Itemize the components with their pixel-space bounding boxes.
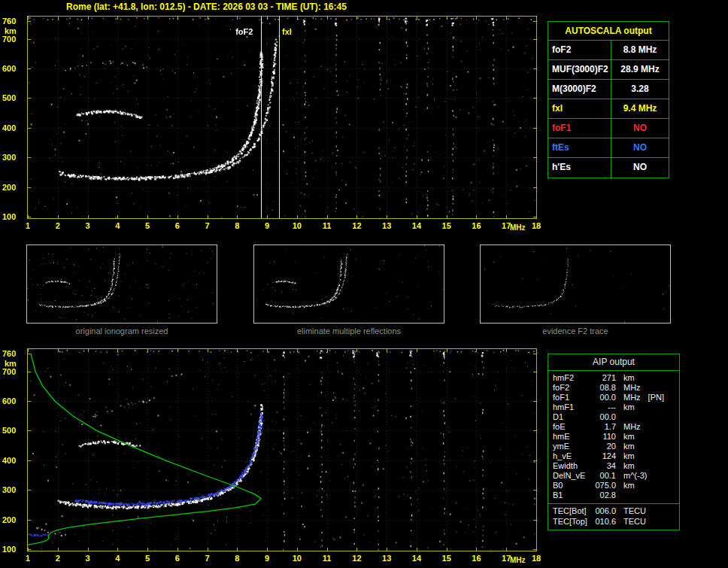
aip-row-label: ymE bbox=[548, 442, 590, 451]
thumbnail-caption-original: original ionogram resized bbox=[26, 327, 217, 336]
y-axis-tick-label: 200 bbox=[2, 183, 25, 192]
fof2-marker-label: foF2 bbox=[235, 27, 253, 36]
aip-row: foF100.0MHz[PN] bbox=[548, 393, 679, 402]
y-axis-tick-label: 400 bbox=[2, 456, 25, 465]
aip-row-value: 271 bbox=[590, 373, 616, 383]
aip-row-unit: km bbox=[616, 461, 635, 471]
aip-row-unit: MHz bbox=[616, 422, 641, 432]
x-axis-tick-label: 9 bbox=[258, 221, 276, 230]
thumbnail-caption-f2: evidence F2 trace bbox=[480, 327, 671, 336]
top-ionogram-canvas bbox=[28, 17, 536, 218]
y-axis-tick-label: 600 bbox=[2, 64, 25, 73]
x-axis-tick-label: 5 bbox=[138, 221, 156, 230]
y-axis-tick-label: 100 bbox=[2, 545, 25, 554]
autoscala-row: foF28.8 MHz bbox=[548, 41, 669, 60]
y-axis-tick-label: 760 bbox=[2, 349, 25, 358]
y-axis-tick-label: 100 bbox=[2, 212, 25, 221]
aip-row-unit: km bbox=[616, 481, 635, 491]
x-axis-tick-label: 9 bbox=[258, 554, 276, 563]
x-axis-tick-label: 11 bbox=[318, 221, 336, 230]
aip-row-value: 010.6 bbox=[590, 516, 616, 527]
aip-row-label: foF2 bbox=[548, 383, 590, 393]
fxi-marker-label: fxI bbox=[282, 27, 292, 36]
y-axis-tick-label: 600 bbox=[2, 396, 25, 405]
x-axis-tick-label: 10 bbox=[288, 221, 306, 230]
aip-tec-rows: TEC[Bot]006.0TECUTEC[Top]010.6TECU bbox=[548, 506, 679, 527]
bottom-ionogram-plot bbox=[27, 348, 537, 551]
autoscala-row: MUF(3000)F228.9 MHz bbox=[548, 60, 669, 80]
x-axis-tick-label: 4 bbox=[108, 221, 126, 230]
autoscala-row: h'EsNO bbox=[548, 158, 669, 178]
aip-row-label: Ewidth bbox=[548, 461, 590, 471]
x-axis-tick-label: 7 bbox=[199, 554, 217, 563]
aip-row-value: 1.7 bbox=[590, 422, 616, 432]
y-axis-tick-label: 300 bbox=[2, 485, 25, 494]
x-axis-tick-label: 1 bbox=[19, 221, 37, 230]
autoscala-output-table: AUTOSCALA output foF28.8 MHzMUF(3000)F22… bbox=[548, 21, 669, 178]
x-axis-tick-label: 15 bbox=[438, 221, 456, 230]
aip-row-unit: MHz bbox=[616, 393, 641, 402]
autoscala-row-label: MUF(3000)F2 bbox=[548, 60, 611, 79]
aip-row-value: --- bbox=[590, 402, 616, 412]
aip-row-label: hmE bbox=[548, 432, 590, 442]
aip-row: D100.0 bbox=[548, 412, 679, 422]
autoscala-row: M(3000)F23.28 bbox=[548, 80, 669, 99]
aip-row-label: h_vE bbox=[548, 451, 590, 461]
aip-row: hmF2271km bbox=[548, 373, 679, 383]
aip-row: TEC[Top]010.6TECU bbox=[548, 516, 679, 527]
aip-table-rows: hmF2271kmfoF208.8MHzfoF100.0MHz[PN]hmF1-… bbox=[548, 373, 679, 500]
aip-row-value: 00.0 bbox=[590, 412, 616, 422]
aip-row: Ewidth34km bbox=[548, 461, 679, 471]
x-axis-tick-label: 6 bbox=[168, 554, 187, 563]
aip-row-unit: TECU bbox=[616, 516, 646, 527]
aip-row-value: 08.8 bbox=[590, 383, 616, 393]
aip-row-label: DelN_vE bbox=[548, 471, 590, 481]
thumbnail-caption-multiples: eliminate multiple reflections bbox=[253, 327, 444, 336]
aip-row-value: 02.8 bbox=[590, 491, 616, 500]
autoscala-table-rows: foF28.8 MHzMUF(3000)F228.9 MHzM(3000)F23… bbox=[548, 41, 669, 178]
x-axis-tick-label: 18 bbox=[527, 554, 545, 563]
autoscala-row-value: 8.8 MHz bbox=[611, 41, 669, 59]
x-axis-tick-label: 12 bbox=[347, 221, 366, 230]
aip-row: B102.8 bbox=[548, 491, 679, 500]
y-axis-tick-label: 760 bbox=[2, 17, 25, 26]
bottom-ionogram-canvas bbox=[28, 349, 536, 551]
x-axis-tick-label: 3 bbox=[79, 221, 97, 230]
x-axis-tick-label: 3 bbox=[79, 554, 97, 563]
aip-row: DelN_vE00.1m^(-3) bbox=[548, 471, 679, 481]
aip-table-title: AIP output bbox=[548, 354, 679, 371]
aip-row-value: 124 bbox=[590, 451, 616, 461]
autoscala-row-label: h'Es bbox=[548, 158, 611, 178]
x-axis-tick-label: 1 bbox=[19, 554, 37, 563]
y-axis-tick-label: 200 bbox=[2, 515, 25, 524]
aip-row-value: 110 bbox=[590, 432, 616, 442]
autoscala-row-value: 3.28 bbox=[611, 80, 669, 99]
autoscala-table-title: AUTOSCALA output bbox=[548, 22, 669, 41]
y-axis-tick-label: 500 bbox=[2, 426, 25, 435]
x-axis-unit-label: MHz bbox=[510, 556, 526, 564]
autoscala-row-label: M(3000)F2 bbox=[548, 80, 611, 99]
thumbnail-f2-trace-canvas bbox=[481, 245, 670, 323]
x-axis-tick-label: 8 bbox=[228, 554, 246, 563]
aip-separator-line bbox=[548, 503, 679, 504]
aip-row-unit bbox=[616, 491, 623, 500]
x-axis-tick-label: 11 bbox=[318, 554, 336, 563]
autoscala-row-value: 9.4 MHz bbox=[611, 99, 669, 118]
y-axis-tick-label: 500 bbox=[2, 93, 25, 102]
x-axis-unit-label: MHz bbox=[510, 223, 526, 232]
y-axis-unit-label: km bbox=[2, 26, 25, 35]
x-axis-tick-label: 14 bbox=[408, 554, 426, 563]
top-ionogram-plot bbox=[27, 16, 537, 219]
x-axis-tick-label: 16 bbox=[467, 554, 485, 563]
aip-row-unit: km bbox=[616, 373, 635, 383]
x-axis-tick-label: 6 bbox=[168, 221, 187, 230]
y-axis-tick-label: 300 bbox=[2, 153, 25, 162]
aip-row-unit bbox=[616, 412, 623, 422]
x-axis-tick-label: 16 bbox=[467, 221, 485, 230]
aip-row-value: 20 bbox=[590, 442, 616, 451]
thumbnail-multiples-removed-canvas bbox=[254, 245, 444, 323]
aip-row-label: hmF1 bbox=[548, 402, 590, 412]
aip-row-unit: km bbox=[616, 432, 635, 442]
aip-row-unit: km bbox=[616, 451, 635, 461]
aip-row-label: D1 bbox=[548, 412, 590, 422]
